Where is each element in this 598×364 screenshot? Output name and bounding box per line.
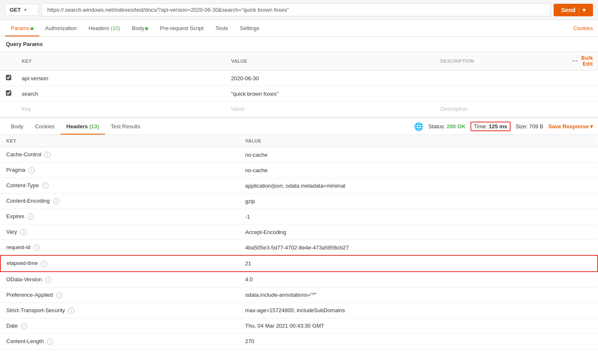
param-row-2-value: "quick brown foxes" [226,86,436,102]
tab-authorization[interactable]: Authorization [39,20,83,36]
header-value-5: Accept-Encoding [239,224,598,240]
tab-headers[interactable]: Headers (10) [83,20,126,36]
header-key-0: Cache-Control i [0,147,239,163]
headers-th-value: VALUE [239,135,598,147]
info-icon[interactable]: i [44,152,51,158]
params-th-key: KEY [17,52,226,71]
tab-settings-label: Settings [240,25,259,31]
info-icon[interactable]: i [45,277,51,283]
bulk-edit-button[interactable]: Bulk Edit [581,55,593,67]
tab-body-label: Body [132,25,145,31]
params-placeholder-description: Description [435,102,567,117]
info-icon[interactable]: i [53,198,59,204]
resp-tab-headers[interactable]: Headers (13) [61,118,105,135]
header-key-12: Content-Length i [0,333,239,349]
header-value-0: no-cache [239,147,598,163]
header-row: Expires i -1 [0,209,598,224]
params-dot [31,27,33,30]
request-tabs: Params Authorization Headers (10) Body P… [0,20,598,37]
params-table: KEY VALUE DESCRIPTION ··· Bulk Edit api-… [0,51,598,117]
response-section: Body Cookies Headers (13) Test Results 🌐… [0,117,598,349]
header-value-9: odata.include-annotations="*" [239,287,598,303]
info-icon[interactable]: i [28,167,35,173]
params-placeholder-key: Key [17,102,226,117]
param-row-2-checkbox[interactable] [6,90,11,96]
info-icon[interactable]: i [68,308,74,314]
header-value-3: gzip [239,193,598,209]
method-select[interactable]: GET ▾ [5,4,38,16]
header-row: Pragma i no-cache [0,163,598,178]
save-response-button[interactable]: Save Response ▾ [548,123,593,130]
header-row: Strict-Transport-Security i max-age=1572… [0,303,598,318]
url-input[interactable] [42,3,550,16]
header-value-6: 4ba505e3-5d77-4702-8e4e-473a5856cb27 [239,240,598,256]
header-key-9: Preference-Applied i [0,287,239,303]
tab-settings[interactable]: Settings [234,20,265,36]
info-icon[interactable]: i [47,339,53,345]
status-label: Status: 200 OK [428,123,465,130]
resp-tab-test-results[interactable]: Test Results [105,118,146,135]
tab-authorization-label: Authorization [45,25,77,31]
send-chevron-icon: ▾ [579,7,585,13]
header-key-7: elapsed-time i [0,255,239,271]
body-dot [145,27,148,30]
status-value: 200 OK [447,123,465,130]
info-icon[interactable]: i [33,244,40,251]
param-row-1-key: api-version [17,71,226,86]
params-th-value: VALUE [226,52,436,71]
send-label: Send [561,7,575,13]
tab-params[interactable]: Params [5,20,39,36]
tab-tests[interactable]: Tests [210,20,234,36]
header-row: Preference-Applied i odata.include-annot… [0,287,598,303]
param-row-1-value: 2020-06-30 [226,71,436,86]
size-label: Size: 709 B [516,123,544,130]
header-row: Cache-Control i no-cache [0,147,598,163]
header-row: request-id i 4ba505e3-5d77-4702-8e4e-473… [0,240,598,256]
params-th-actions: ··· Bulk Edit [567,52,598,71]
header-key-6: request-id i [0,240,239,256]
tab-headers-label: Headers (10) [89,25,120,31]
params-th-checkbox [0,52,17,71]
header-key-2: Content-Type i [0,178,239,193]
cookies-link[interactable]: Cookies [573,25,593,31]
param-row-1-checkbox[interactable] [6,75,11,80]
resp-tab-body-label: Body [11,123,23,130]
headers-table: KEY VALUE Cache-Control i no-cache Pragm… [0,135,598,349]
info-icon[interactable]: i [41,261,47,267]
response-meta: 🌐 Status: 200 OK Time: 125 ms Size: 709 … [414,122,593,131]
header-value-12: 270 [239,333,598,349]
info-icon[interactable]: i [21,323,27,329]
size-value: 709 B [529,123,543,130]
info-icon[interactable]: i [28,214,34,220]
send-button[interactable]: Send ▾ [554,4,593,16]
tab-body[interactable]: Body [126,20,154,36]
top-bar: GET ▾ Send ▾ [0,0,598,20]
resp-tab-test-results-label: Test Results [111,123,141,130]
header-key-11: Date i [0,318,239,333]
info-icon[interactable]: i [56,292,62,298]
tab-params-label: Params [11,25,30,31]
header-row: Vary i Accept-Encoding [0,224,598,240]
param-row-1-desc [435,71,567,86]
globe-icon: 🌐 [414,122,423,131]
response-tabs-row: Body Cookies Headers (13) Test Results 🌐… [0,118,598,135]
resp-tab-body[interactable]: Body [5,118,29,135]
more-options-icon[interactable]: ··· [572,57,578,65]
info-icon[interactable]: i [20,229,26,235]
header-value-8: 4.0 [239,272,598,288]
header-key-10: Strict-Transport-Security i [0,303,239,318]
header-value-10: max-age=15724800; includeSubDomains [239,303,598,318]
header-row: Content-Length i 270 [0,333,598,349]
method-label: GET [10,7,21,13]
header-value-2: application/json; odata.metadata=minimal [239,178,598,193]
info-icon[interactable]: i [42,183,49,189]
header-value-4: -1 [239,209,598,224]
params-th-description: DESCRIPTION [435,52,567,71]
resp-tab-cookies[interactable]: Cookies [29,118,61,135]
header-row: Content-Encoding i gzip [0,193,598,209]
header-key-8: OData-Version i [0,272,239,288]
header-row: elapsed-time i 21 [0,255,598,271]
method-chevron-icon: ▾ [24,8,26,12]
header-row: Date i Thu, 04 Mar 2021 00:43:30 GMT [0,318,598,333]
tab-pre-request[interactable]: Pre-request Script [154,20,210,36]
